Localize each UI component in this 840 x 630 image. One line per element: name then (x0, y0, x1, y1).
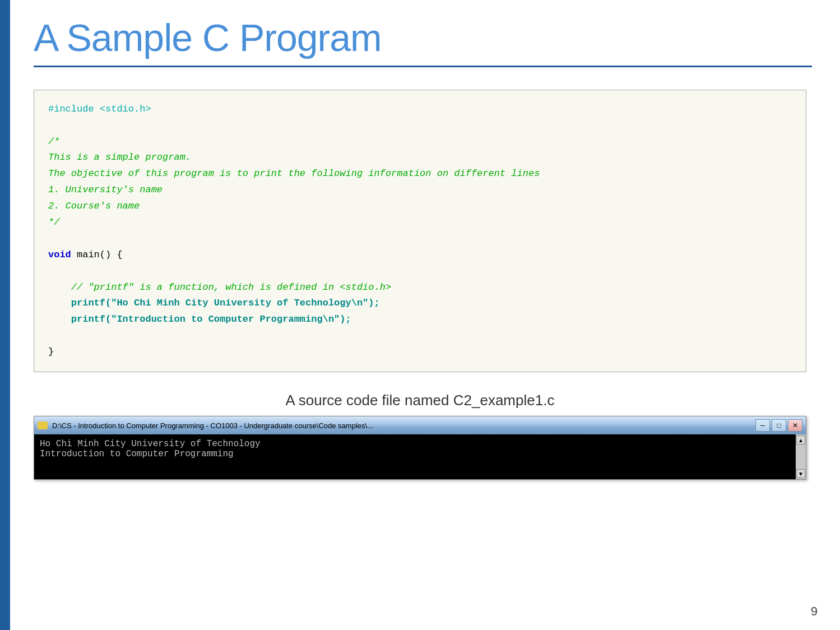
code-line-blank1 (48, 118, 792, 134)
code-line-14: printf("Introduction to Computer Program… (48, 312, 792, 328)
code-line-3: /* (48, 134, 792, 150)
code-block: #include <stdio.h> /* This is a simple p… (34, 90, 806, 372)
scroll-down-arrow[interactable]: ▼ (796, 469, 805, 478)
windows-text-area: Ho Chi Minh City University of Technolog… (34, 434, 796, 479)
code-line-8: */ (48, 215, 792, 231)
code-line-blank2 (48, 231, 792, 247)
page-number: 9 (811, 604, 818, 619)
scrollbar[interactable]: ▲ ▼ (796, 434, 806, 479)
windows-title-text: D:\CS - Introduction to Computer Program… (52, 421, 373, 430)
caption-text: A source code file named C2_example1.c (28, 392, 812, 409)
slide-container: A Sample C Program #include <stdio.h> /*… (0, 0, 840, 630)
title-section: A Sample C Program (34, 17, 812, 67)
close-button[interactable]: ✕ (788, 419, 802, 432)
slide-title: A Sample C Program (34, 17, 812, 59)
scroll-up-arrow[interactable]: ▲ (796, 436, 805, 444)
maximize-button[interactable]: □ (772, 419, 786, 432)
output-line1: Ho Chi Minh City University of Technolog… (40, 439, 790, 449)
windows-controls[interactable]: ─ □ ✕ (755, 419, 802, 432)
code-line-10: void main() { (48, 247, 792, 263)
code-line-6: 1. University's name (48, 182, 792, 198)
code-line-4: This is a simple program. (48, 150, 792, 166)
code-line-16: } (48, 344, 792, 360)
minimize-button[interactable]: ─ (755, 419, 770, 432)
folder-icon (38, 421, 48, 429)
windows-title-bar: D:\CS - Introduction to Computer Program… (34, 416, 806, 434)
code-line-7: 2. Course's name (48, 198, 792, 215)
code-line-blank3 (48, 263, 792, 280)
code-line-1: #include <stdio.h> (48, 101, 792, 118)
output-line2: Introduction to Computer Programming (40, 449, 790, 459)
code-line-13: printf("Ho Chi Minh City University of T… (48, 295, 792, 312)
windows-explorer-bar: D:\CS - Introduction to Computer Program… (34, 416, 806, 480)
code-line-blank4 (48, 328, 792, 344)
code-line-12: // "printf" is a function, which is defi… (48, 280, 792, 296)
left-accent-bar (0, 0, 10, 630)
windows-output-area: Ho Chi Minh City University of Technolog… (34, 434, 806, 479)
code-line-5: The objective of this program is to prin… (48, 166, 792, 182)
windows-title-left: D:\CS - Introduction to Computer Program… (38, 421, 373, 430)
